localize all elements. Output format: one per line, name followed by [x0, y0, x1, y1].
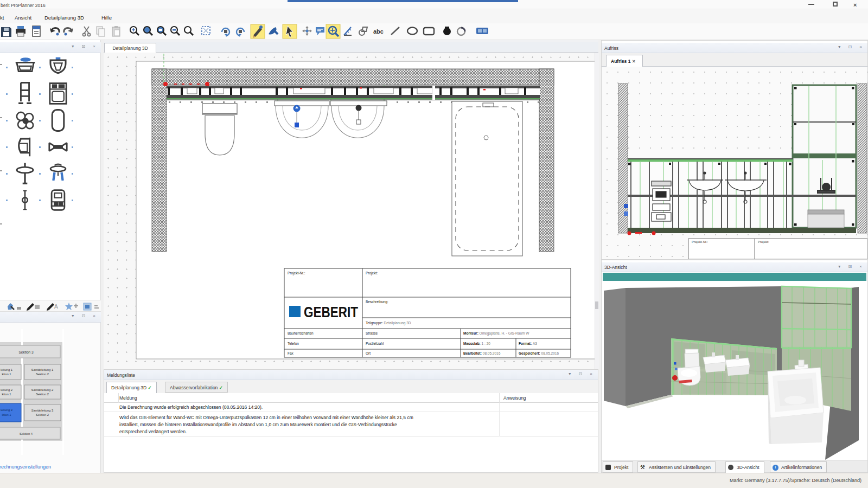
svg-text:Projekt:: Projekt: — [758, 240, 769, 243]
svg-text:Monteur: Omegaplatte, H. - GIS: Monteur: Omegaplatte, H. - GIS-Raum W — [463, 331, 529, 336]
svg-text:ktion 1: ktion 1 — [2, 373, 11, 376]
svg-text:Telefon: Telefon — [288, 342, 299, 345]
svg-text:Gespeichert: 08.05.2016: Gespeichert: 08.05.2016 — [519, 351, 559, 356]
svg-text:A: A — [54, 304, 58, 310]
svg-text:GEBERIT: GEBERIT — [304, 304, 358, 320]
svg-text:Projekt-Nr.:: Projekt-Nr.: — [692, 240, 708, 243]
svg-text:Beschreibung:: Beschreibung: — [366, 300, 388, 304]
svg-text:Sektion 2: Sektion 2 — [36, 373, 49, 376]
svg-text:leitung 2: leitung 2 — [1, 388, 12, 391]
svg-text:ktion 1: ktion 1 — [2, 393, 11, 396]
svg-text:Strasse: Strasse — [366, 331, 378, 335]
svg-text:Bearbeitet: 08.05.2016: Bearbeitet: 08.05.2016 — [463, 351, 501, 355]
svg-text:Fax: Fax — [288, 351, 294, 355]
svg-text:leitung 3: leitung 3 — [1, 408, 12, 412]
svg-text:Sanitärleitung 2: Sanitärleitung 2 — [31, 388, 53, 391]
svg-text:Projekt:: Projekt: — [366, 271, 378, 275]
svg-text:Massstab: 1 : 20: Massstab: 1 : 20 — [463, 342, 490, 345]
svg-text:Projekt-Nr.:: Projekt-Nr.: — [288, 271, 305, 275]
svg-text:Sektion 4: Sektion 4 — [20, 432, 33, 435]
svg-text:Sektion 3: Sektion 3 — [18, 350, 33, 354]
svg-text:leitung 1: leitung 1 — [1, 368, 12, 371]
svg-text:abc: abc — [373, 28, 384, 35]
svg-text:Sektion 2: Sektion 2 — [36, 393, 49, 396]
svg-text:Bauherrschaften: Bauherrschaften — [288, 331, 314, 335]
svg-text:Postleitzahl: Postleitzahl — [366, 342, 384, 345]
svg-text:Sektion 2: Sektion 2 — [36, 413, 49, 416]
svg-text:Sanitärleitung 1: Sanitärleitung 1 — [31, 368, 53, 371]
svg-text:Sanitärleitung 3: Sanitärleitung 3 — [31, 409, 53, 412]
svg-text:Ort: Ort — [366, 351, 371, 355]
svg-text:Teilgruppe: Detailplanung 3D: Teilgruppe: Detailplanung 3D — [366, 321, 411, 325]
svg-text:Format: A3: Format: A3 — [519, 342, 537, 345]
svg-text:ktion 1: ktion 1 — [2, 413, 11, 416]
